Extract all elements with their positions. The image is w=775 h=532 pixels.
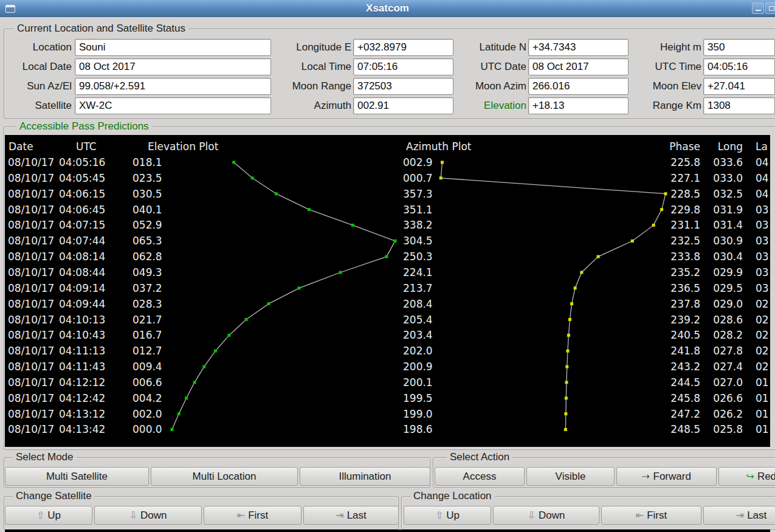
field-input-moon-range[interactable]: 372503 <box>353 78 453 95</box>
field-label-moon-range: Moon Range <box>274 78 351 95</box>
select-mode-buttons: Multi SatelliteMulti LocationIlluminatio… <box>5 467 430 486</box>
field-label-azimuth: Azimuth <box>274 97 351 114</box>
button-label: First <box>248 510 268 522</box>
change-location-title: Change Location <box>410 490 495 502</box>
xsatcom-window: Xsatcom Current Location and Satellite S… <box>0 0 775 532</box>
field-input-utc-date[interactable]: 08 Oct 2017 <box>528 58 629 75</box>
button-label: Up <box>446 510 460 522</box>
status-row: Sun Az/El99.058/+2.591Moon Range372503Mo… <box>0 78 775 95</box>
field-input-sun-az-el[interactable]: 99.058/+2.591 <box>75 78 271 95</box>
maximize-glyph <box>769 6 774 11</box>
button-label: Last <box>347 510 367 522</box>
minimize-icon[interactable] <box>752 2 764 14</box>
button-label: Multi Satellite <box>46 471 108 483</box>
field-input-local-time[interactable]: 07:05:16 <box>353 58 453 75</box>
button-label: First <box>647 510 667 522</box>
pass-plot <box>5 135 770 447</box>
field-input-latitude-n[interactable]: +34.7343 <box>528 39 629 56</box>
down-arrow-icon: ⇩ <box>528 511 536 520</box>
up-arrow-icon: ⇧ <box>36 511 44 520</box>
button-label: Forward <box>653 471 691 483</box>
field-input-moon-elev[interactable]: +27.041 <box>703 78 775 95</box>
field-label-longitude-e: Longitude E <box>274 39 351 56</box>
maximize-icon[interactable] <box>765 2 775 14</box>
button-label: Up <box>47 510 61 522</box>
select-action-title: Select Action <box>447 451 512 463</box>
field-label-elevation: Elevation <box>456 97 526 114</box>
change-location-down-button[interactable]: ⇩Down <box>493 506 599 525</box>
change-satellite-last-button[interactable]: ⇥Last <box>303 506 399 525</box>
forward-button[interactable]: ⇢Forward <box>616 467 717 486</box>
field-label-range-km: Range Km <box>631 97 701 114</box>
status-row: SatelliteXW-2CAzimuth002.91Elevation+18.… <box>0 97 775 114</box>
status-row: Local Date08 Oct 2017Local Time07:05:16U… <box>0 58 775 75</box>
first-arrow-icon: ⇤ <box>636 511 644 520</box>
multi-satellite-button[interactable]: Multi Satellite <box>5 467 149 486</box>
forward-arrow-icon: ⇢ <box>642 472 650 482</box>
button-label: Access <box>463 471 497 483</box>
last-arrow-icon: ⇥ <box>736 511 744 520</box>
first-arrow-icon: ⇤ <box>237 511 245 520</box>
change-location-first-button[interactable]: ⇤First <box>601 506 701 525</box>
button-label: Down <box>140 510 167 522</box>
pass-predictions-table: DateUTCElevation PlotAzimuth PlotPhaseLo… <box>5 135 770 447</box>
button-label: Multi Location <box>193 471 257 483</box>
field-label-moon-azim: Moon Azim <box>456 78 526 95</box>
change-satellite-first-button[interactable]: ⇤First <box>204 506 301 525</box>
button-label: Redo <box>757 471 775 483</box>
field-input-moon-azim[interactable]: 266.016 <box>528 78 629 95</box>
window-title: Xsatcom <box>0 2 775 15</box>
field-input-location[interactable]: Souni <box>75 39 271 56</box>
access-button[interactable]: Access <box>435 467 525 486</box>
field-input-elevation[interactable]: +18.13 <box>528 97 629 114</box>
predictions-section-title: Accessible Pass Predictions <box>16 120 152 133</box>
select-mode-title: Select Mode <box>13 451 77 463</box>
field-label-latitude-n: Latitude N <box>456 39 526 56</box>
field-label-satellite: Satellite <box>0 97 72 114</box>
field-label-utc-time: UTC Time <box>631 58 701 75</box>
field-label-height-m: Height m <box>631 39 701 56</box>
down-arrow-icon: ⇩ <box>129 511 137 520</box>
button-label: Down <box>539 510 565 522</box>
change-location-buttons: ⇧Up⇩Down⇤First⇥Last <box>404 506 775 525</box>
change-satellite-up-button[interactable]: ⇧Up <box>5 506 92 525</box>
field-label-local-time: Local Time <box>274 58 351 75</box>
titlebar[interactable]: Xsatcom <box>0 0 775 17</box>
field-label-utc-date: UTC Date <box>456 58 526 75</box>
status-section-title: Current Location and Satellite Status <box>14 22 188 35</box>
field-input-local-date[interactable]: 08 Oct 2017 <box>75 58 271 75</box>
change-satellite-title: Change Satellite <box>13 490 95 502</box>
field-input-range-km[interactable]: 1308 <box>703 97 775 114</box>
button-label: Illumination <box>339 471 391 483</box>
change-location-last-button[interactable]: ⇥Last <box>703 506 775 525</box>
status-fields: LocationSouniLongitude E+032.8979Latitud… <box>0 39 775 117</box>
select-action-buttons: AccessVisible⇢Forward↪Redo <box>435 467 775 486</box>
button-label: Visible <box>556 471 586 483</box>
next-section-edge <box>5 530 770 532</box>
field-label-moon-elev: Moon Elev <box>631 78 701 95</box>
field-input-satellite[interactable]: XW-2C <box>75 97 271 114</box>
field-input-height-m[interactable]: 350 <box>703 39 775 56</box>
field-label-location: Location <box>0 39 72 56</box>
button-label: Last <box>747 510 766 522</box>
field-input-azimuth[interactable]: 002.91 <box>353 97 453 114</box>
field-label-local-date: Local Date <box>0 58 72 75</box>
change-location-up-button[interactable]: ⇧Up <box>404 506 491 525</box>
redo-arrow-icon: ↪ <box>746 472 754 482</box>
illumination-button[interactable]: Illumination <box>300 467 430 486</box>
redo-button[interactable]: ↪Redo <box>718 467 775 486</box>
change-satellite-buttons: ⇧Up⇩Down⇤First⇥Last <box>5 506 399 525</box>
field-label-sun-az-el: Sun Az/El <box>0 78 72 95</box>
field-input-utc-time[interactable]: 04:05:16 <box>703 58 775 75</box>
up-arrow-icon: ⇧ <box>435 511 443 520</box>
status-row: LocationSouniLongitude E+032.8979Latitud… <box>0 39 775 56</box>
field-input-longitude-e[interactable]: +032.8979 <box>353 39 453 56</box>
change-satellite-down-button[interactable]: ⇩Down <box>94 506 202 525</box>
visible-button[interactable]: Visible <box>526 467 615 486</box>
minimize-glyph <box>756 10 761 11</box>
multi-location-button[interactable]: Multi Location <box>151 467 298 486</box>
last-arrow-icon: ⇥ <box>336 511 343 520</box>
